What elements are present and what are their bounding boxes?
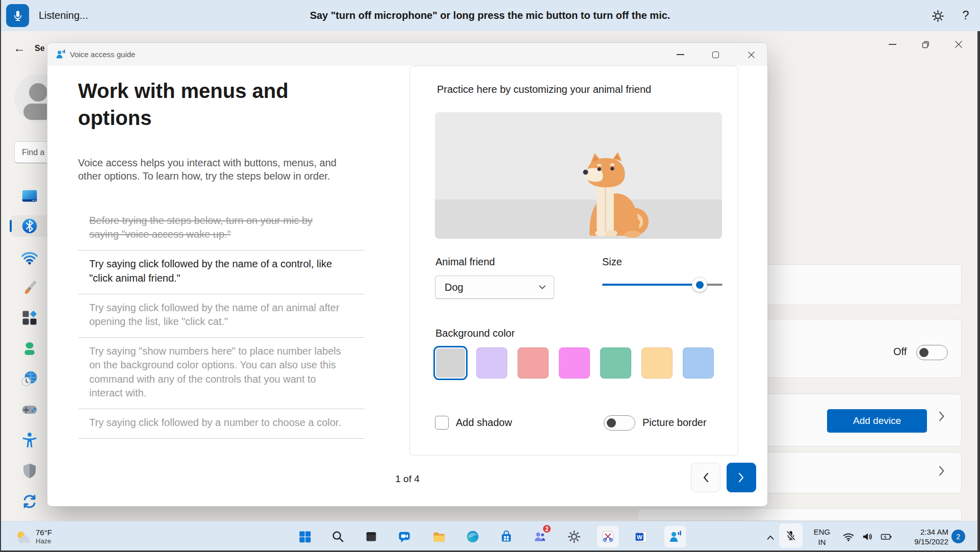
swatch-gray[interactable]: [435, 347, 466, 379]
picture-border-toggle[interactable]: [604, 415, 635, 431]
tray-battery[interactable]: [878, 529, 895, 544]
teams-button[interactable]: 2: [528, 525, 551, 548]
snipping-tool-icon: [600, 529, 615, 544]
sidebar-item-privacy-security[interactable]: [20, 462, 39, 480]
size-slider-thumb[interactable]: [692, 277, 707, 292]
weather-haze-icon: [14, 530, 32, 544]
svg-text:W: W: [637, 534, 642, 540]
gaming-gamepad-icon: [20, 400, 39, 418]
help-button[interactable]: ?: [957, 6, 975, 24]
chat-icon: [397, 529, 412, 544]
voice-access-bar: Listening... Say "turn off microphone" o…: [0, 0, 980, 31]
system-display-icon: [20, 187, 39, 205]
sidebar-item-accounts[interactable]: [20, 339, 39, 358]
sidebar-item-apps[interactable]: [20, 309, 39, 327]
sidebar-item-personalization[interactable]: [20, 279, 39, 297]
voice-access-button[interactable]: [664, 525, 686, 548]
tray-date: 9/15/2022: [914, 537, 948, 546]
snipping-tool-button[interactable]: [597, 525, 619, 548]
chevron-right-icon: [737, 472, 745, 483]
animal-friend-dropdown[interactable]: Dog: [435, 275, 554, 299]
picture-border-label: Picture border: [642, 417, 707, 429]
weather-desc: Haze: [36, 537, 52, 545]
animal-friend-label: Animal friend: [435, 256, 495, 268]
store-button[interactable]: [495, 525, 518, 548]
swatch-peach[interactable]: [641, 347, 673, 379]
step-item: Try saying click followed by a number to…: [78, 409, 365, 439]
apps-icon: [20, 309, 39, 327]
page-indicator: 1 of 4: [395, 473, 420, 485]
tray-mic-muted-button[interactable]: [779, 523, 803, 548]
add-device-button[interactable]: Add device: [827, 409, 927, 433]
voice-access-icon: [667, 529, 683, 544]
tray-volume[interactable]: [859, 529, 875, 545]
wifi-icon: [842, 530, 855, 543]
add-shadow-checkbox[interactable]: [435, 416, 449, 430]
privacy-shield-icon: [20, 462, 39, 480]
chat-button[interactable]: [393, 525, 416, 548]
sidebar-item-time-language[interactable]: [20, 369, 39, 388]
word-button[interactable]: W: [630, 525, 653, 548]
sidebar-item-gaming[interactable]: [20, 400, 39, 418]
tray-wifi[interactable]: [840, 529, 857, 545]
close-icon: [955, 40, 963, 48]
voice-access-guide-dialog: Voice access guide Work with menus and o…: [47, 42, 768, 507]
previous-page-button[interactable]: [691, 463, 720, 492]
swatch-blue[interactable]: [683, 347, 714, 379]
chevron-down-icon: [539, 285, 546, 290]
file-explorer-button[interactable]: [428, 525, 450, 548]
dialog-maximize-button[interactable]: [708, 47, 723, 62]
swatch-lavender[interactable]: [476, 347, 507, 379]
taskbar-search-button[interactable]: [327, 525, 349, 548]
sidebar-item-windows-update[interactable]: [20, 492, 39, 511]
dialog-close-button[interactable]: [743, 47, 759, 62]
weather-widget[interactable]: 76°F Haze: [11, 524, 55, 549]
size-slider-fill: [602, 284, 700, 286]
notification-count-badge[interactable]: 2: [951, 530, 965, 543]
step-item: Before trying the steps below, turn on y…: [78, 207, 365, 250]
close-button[interactable]: [950, 37, 967, 52]
settings-off-toggle[interactable]: [916, 345, 948, 360]
microsoft-store-icon: [499, 529, 514, 544]
next-page-button[interactable]: [727, 463, 756, 492]
background-color-swatches: [435, 347, 714, 379]
start-button[interactable]: [294, 525, 316, 548]
time-language-icon: [20, 369, 39, 388]
maximize-icon: [712, 52, 719, 58]
language-switcher[interactable]: ENG IN: [809, 524, 835, 549]
restore-button[interactable]: [917, 37, 934, 52]
size-slider[interactable]: [602, 277, 723, 293]
sidebar-item-system[interactable]: [20, 187, 39, 205]
voice-access-app-icon: [55, 48, 66, 60]
practice-heading: Practice here by customizing your animal…: [437, 84, 651, 95]
voice-settings-button[interactable]: [929, 7, 946, 24]
minimize-button[interactable]: [884, 37, 900, 52]
bluetooth-icon: [20, 217, 39, 235]
dialog-minimize-button[interactable]: [673, 47, 688, 62]
voice-hint-text: Say "turn off microphone" or long press …: [0, 0, 980, 31]
dark-window-app-button[interactable]: [360, 525, 382, 548]
swatch-salmon[interactable]: [518, 347, 549, 379]
settings-app-button[interactable]: [563, 525, 585, 548]
chevron-right-icon[interactable]: [938, 411, 945, 421]
gear-icon: [931, 9, 945, 23]
sidebar-item-network[interactable]: [20, 248, 39, 266]
battery-charging-icon: [879, 531, 893, 543]
clock-widget[interactable]: 2:34 AM 9/15/2022: [895, 524, 948, 549]
chevron-right-icon[interactable]: [938, 466, 945, 476]
speaker-icon: [861, 530, 874, 543]
teams-notification-badge: 2: [542, 524, 552, 534]
swatch-teal[interactable]: [600, 347, 631, 379]
microphone-button[interactable]: [6, 4, 29, 27]
file-explorer-icon: [431, 529, 447, 544]
sidebar-item-bluetooth-devices[interactable]: [20, 217, 39, 235]
chevron-up-icon: [766, 535, 775, 540]
swatch-pink[interactable]: [559, 347, 590, 379]
add-shadow-label: Add shadow: [456, 417, 512, 429]
tray-expand-button[interactable]: [763, 530, 778, 545]
animal-preview: [435, 112, 722, 239]
back-button[interactable]: ←: [13, 41, 25, 55]
off-toggle-label: Off: [893, 346, 907, 358]
sidebar-item-accessibility[interactable]: [20, 431, 39, 449]
edge-button[interactable]: [461, 525, 484, 548]
